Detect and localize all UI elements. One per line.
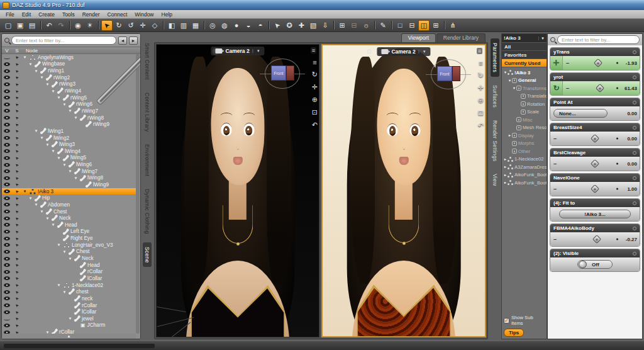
expand-arrow[interactable]: ▼ — [39, 210, 45, 213]
zoom-icon[interactable]: ⊕ — [478, 96, 484, 104]
view-cube[interactable]: Front — [431, 59, 466, 89]
pnav-item-currently-used[interactable]: Currently Used — [502, 59, 547, 67]
frame-icon[interactable]: ⊡ — [478, 109, 484, 117]
expand-arrow[interactable]: ▼ — [67, 317, 73, 320]
viewport-pane-right[interactable]: ⊡ Camera 2 ▼ ≡ Front ≡↻✛⊕⊡↶ — [321, 44, 486, 337]
scene-row-wingbase[interactable]: ➤▼Wingbase — [2, 61, 136, 68]
eye-open-icon[interactable] — [2, 123, 12, 127]
expand-arrow[interactable]: ▼ — [56, 243, 62, 247]
tab-parameters[interactable]: Parameters — [491, 38, 499, 77]
expand-arrow[interactable]: ► — [508, 133, 512, 137]
cursor-select-icon[interactable]: ➤ — [12, 262, 22, 268]
visible-toggle[interactable]: Off — [577, 260, 613, 269]
expand-arrow[interactable]: ▼ — [50, 223, 56, 227]
pane-menu-icon[interactable]: ≡ — [313, 59, 316, 66]
cursor-select-icon[interactable]: ➤ — [12, 209, 22, 214]
eye-open-icon[interactable] — [2, 136, 12, 140]
cursor-select-icon[interactable]: ➤ — [12, 310, 22, 315]
cursor-select-icon[interactable]: ➤ — [12, 55, 22, 60]
expand-arrow[interactable]: ▼ — [45, 82, 50, 86]
expand-arrow[interactable]: ▼ — [73, 176, 79, 180]
scene-row-abdomen[interactable]: ➤▼Abdomen — [2, 201, 136, 208]
eye-open-icon[interactable] — [2, 89, 12, 93]
expand-arrow[interactable]: ▼ — [45, 143, 50, 147]
translate-tool-icon[interactable]: ✛ — [137, 20, 148, 31]
copy-icon[interactable]: ▥ — [178, 20, 189, 31]
scene-row-chest[interactable]: ➤▼Chest — [2, 208, 136, 215]
menu-create[interactable]: Create — [35, 11, 58, 18]
scene-row-jewel[interactable]: ➤▼jewel — [2, 315, 136, 322]
pnav-tree-aikofunk-boot-l[interactable]: ►AikoFunk_Boot_L — [502, 179, 547, 187]
eye-open-icon[interactable] — [2, 223, 12, 227]
pnav-tree-general[interactable]: ▼General — [502, 77, 547, 85]
cursor-select-icon[interactable]: ➤ — [12, 236, 22, 241]
scene-scroll-more-indicator[interactable]: ▲ — [2, 334, 136, 339]
reset-view-icon[interactable]: ↶ — [312, 121, 318, 129]
pan-icon[interactable]: ✛ — [478, 84, 484, 92]
menu-edit[interactable]: Edit — [19, 11, 35, 18]
slider-thumb[interactable] — [594, 59, 602, 67]
cursor-select-icon[interactable]: ➤ — [12, 283, 22, 288]
pnav-tree-mesh-resolution[interactable]: Mesh Resolution — [502, 124, 547, 132]
scene-filter-input[interactable] — [11, 36, 116, 45]
scene-row-lwing9[interactable]: ➤lWing9 — [2, 181, 136, 188]
pnav-tree-transforms[interactable]: ▼Transforms — [502, 84, 547, 93]
expand-arrow[interactable]: ▼ — [56, 156, 62, 160]
chevron-down-icon[interactable]: ▼ — [419, 50, 426, 54]
eye-closed-icon[interactable] — [2, 56, 12, 59]
param-value[interactable]: -1.93 — [626, 60, 637, 66]
pen-tool-icon[interactable]: ✎ — [377, 20, 389, 31]
pnav-tree-1-necklace02[interactable]: ►1-Necklace02 — [502, 155, 547, 164]
scene-row-lwing5[interactable]: ➤▼lWing5 — [2, 155, 136, 162]
expand-arrow[interactable]: ▼ — [67, 257, 73, 261]
cursor-select-icon[interactable]: ➤ — [12, 196, 22, 201]
param-value[interactable]: 1.00 — [627, 186, 637, 192]
eye-open-icon[interactable] — [2, 290, 12, 294]
tab-view[interactable]: View — [491, 169, 499, 190]
eye-open-icon[interactable] — [2, 257, 12, 261]
pnav-item-all[interactable]: All — [502, 43, 547, 51]
cursor-select-icon[interactable]: ➤ — [12, 290, 22, 295]
parameters-filter-input[interactable] — [557, 35, 640, 44]
expand-arrow[interactable]: ▼ — [33, 203, 39, 206]
param-slider[interactable]: –61.43 — [563, 81, 640, 95]
layout-split-v-icon[interactable]: ◫ — [418, 20, 430, 31]
expand-arrow[interactable]: ▼ — [22, 55, 28, 59]
pnav-tree-scale[interactable]: Scale — [502, 108, 547, 116]
scene-row-rwing9[interactable]: ➤rWing9 — [2, 121, 136, 128]
scene-row-1-necklace02[interactable]: ➤▼1-Necklace02 — [2, 282, 136, 289]
rotate-tool-icon[interactable]: ↻ — [113, 20, 125, 31]
expand-arrow[interactable]: ▼ — [62, 290, 67, 294]
pnav-tree-misc[interactable]: Misc — [502, 116, 547, 124]
eye-open-icon[interactable] — [2, 230, 12, 234]
menu-help[interactable]: Help — [158, 11, 175, 18]
camera-selector[interactable]: Camera 2 ▼ — [211, 47, 264, 55]
expand-arrow[interactable]: ▼ — [56, 96, 62, 99]
cursor-select-icon[interactable]: ➤ — [12, 229, 22, 234]
expand-arrow[interactable]: ▼ — [67, 169, 73, 173]
scene-row-rwing7[interactable]: ➤▼rWing7 — [2, 108, 136, 115]
expand-arrow[interactable]: ▼ — [512, 86, 516, 90]
tips-button[interactable]: Tips — [504, 329, 524, 337]
expand-arrow[interactable]: ▼ — [56, 283, 62, 287]
tab-content-library[interactable]: Content Library — [143, 88, 152, 137]
scene-row-lwing3[interactable]: ➤▼lWing3 — [2, 141, 136, 148]
eye-open-icon[interactable] — [2, 76, 12, 79]
node-selection-tool-icon[interactable]: ➤ — [101, 20, 113, 31]
cursor-select-icon[interactable]: ➤ — [12, 135, 22, 140]
save-file-icon[interactable]: ▤ — [26, 20, 38, 31]
new-file-icon[interactable]: ▢ — [3, 20, 14, 31]
scene-row-rwing1[interactable]: ➤▼rWing1 — [2, 67, 136, 74]
eye-open-icon[interactable] — [2, 203, 12, 206]
lights-on-icon[interactable]: ☼ — [360, 20, 372, 31]
eye-open-icon[interactable] — [2, 163, 12, 167]
cursor-select-icon[interactable]: ➤ — [12, 276, 22, 281]
scene-row-rcollar[interactable]: ➤rCollar — [2, 269, 136, 276]
cursor-select-icon[interactable]: ➤ — [12, 269, 22, 274]
eye-open-icon[interactable] — [2, 243, 12, 247]
expand-arrow[interactable]: ► — [503, 157, 508, 161]
measure-tool-icon[interactable]: ⋔ — [447, 20, 458, 31]
pnav-tree--aiko-3[interactable]: ▼!Aiko 3 — [502, 69, 547, 77]
cursor-select-icon[interactable]: ➤ — [12, 323, 22, 328]
eye-open-icon[interactable] — [2, 303, 12, 307]
